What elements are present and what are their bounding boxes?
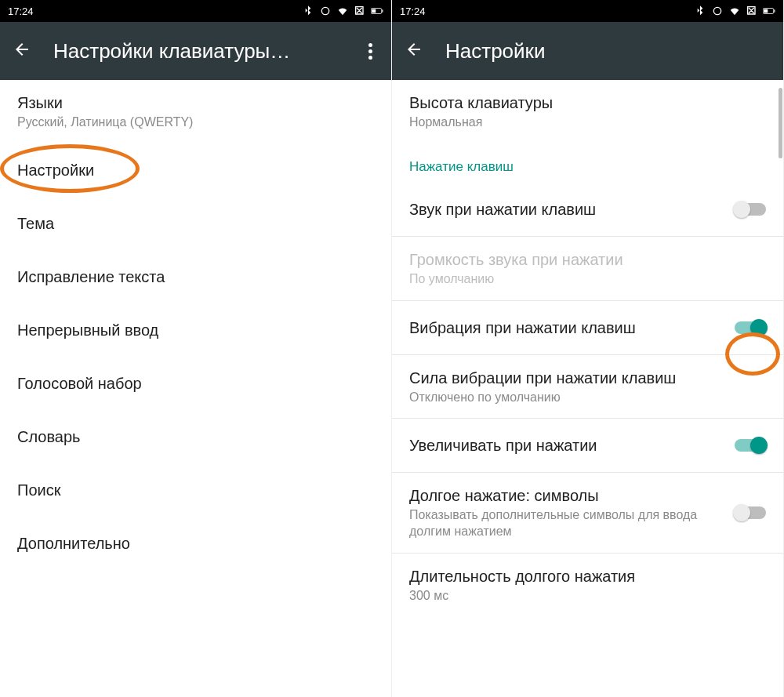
item-title: Голосовой набор — [17, 373, 374, 394]
item-title: Поиск — [17, 480, 374, 500]
list-item[interactable]: Голосовой набор — [0, 357, 391, 410]
list-item: Громкость звука при нажатииПо умолчанию — [392, 237, 783, 300]
switch-row[interactable]: Вибрация при нажатии клавиш — [392, 301, 783, 354]
item-title: Долгое нажатие: символы — [409, 485, 725, 506]
list-item[interactable]: Непрерывный ввод — [0, 303, 391, 357]
status-icons — [694, 5, 775, 17]
item-subtitle: По умолчанию — [409, 271, 766, 288]
left-content[interactable]: ЯзыкиРусский, Латиница (QWERTY)Настройки… — [0, 80, 391, 697]
item-subtitle: Русский, Латиница (QWERTY) — [17, 114, 374, 131]
item-title: Словарь — [17, 427, 374, 447]
scrollbar-thumb[interactable] — [779, 88, 782, 158]
svg-rect-2 — [372, 9, 376, 13]
status-bar: 17:24 — [0, 0, 391, 22]
svg-rect-1 — [382, 9, 383, 12]
back-button[interactable] — [13, 40, 31, 62]
switch-thumb — [733, 504, 750, 521]
status-icons — [302, 5, 383, 17]
switch-thumb — [750, 319, 768, 336]
item-title: Исправление текста — [17, 267, 374, 287]
overflow-menu-button[interactable] — [362, 34, 379, 68]
arrow-back-icon — [13, 40, 31, 59]
list-item[interactable]: ЯзыкиРусский, Латиница (QWERTY) — [0, 80, 391, 143]
item-title: Сила вибрации при нажатии клавиш — [409, 368, 766, 388]
battery-icon — [763, 5, 775, 17]
list-item[interactable]: Длительность долгого нажатия300 мс — [392, 554, 783, 617]
wifi-icon — [336, 5, 349, 17]
switch-row[interactable]: Долгое нажатие: символыПоказывать дополн… — [392, 473, 783, 553]
appbar-title: Настройки — [445, 39, 771, 64]
list-item[interactable]: Дополнительно — [0, 517, 391, 570]
no-sim-icon — [746, 5, 758, 17]
bluetooth-icon — [302, 5, 314, 17]
battery-icon — [371, 5, 383, 17]
right-screen: 17:24 Настройки Высота клавиатурыНормаль… — [392, 0, 784, 697]
item-subtitle: 300 мс — [409, 588, 766, 604]
switch-row[interactable]: Увеличивать при нажатии — [392, 419, 783, 472]
back-button[interactable] — [405, 40, 423, 62]
dot-icon — [368, 49, 372, 53]
list-item[interactable]: Исправление текста — [0, 250, 391, 303]
toggle-switch[interactable] — [735, 439, 766, 452]
status-time: 17:24 — [8, 5, 34, 17]
dot-icon — [368, 43, 372, 47]
app-bar: Настройки — [392, 22, 783, 80]
toggle-switch[interactable] — [735, 203, 766, 216]
toggle-switch[interactable] — [735, 321, 766, 334]
item-title: Дополнительно — [17, 533, 374, 554]
list-item[interactable]: Сила вибрации при нажатии клавишОтключен… — [392, 355, 783, 419]
item-title: Вибрация при нажатии клавиш — [409, 318, 725, 338]
arrow-back-icon — [405, 40, 423, 59]
list-item[interactable]: Тема — [0, 197, 391, 250]
section-header: Нажатие клавиш — [392, 143, 783, 183]
svg-rect-4 — [774, 9, 775, 12]
app-bar: Настройки клавиатуры… — [0, 22, 391, 80]
item-title: Высота клавиатуры — [409, 93, 766, 113]
switch-thumb — [750, 437, 768, 454]
dot-icon — [368, 56, 372, 60]
alarm-icon — [711, 5, 724, 17]
list-item[interactable]: Поиск — [0, 463, 391, 517]
no-sim-icon — [354, 5, 366, 17]
list-item[interactable]: Словарь — [0, 410, 391, 463]
item-subtitle: Показывать дополнительные символы для вв… — [409, 507, 725, 540]
item-title: Настройки — [17, 160, 374, 180]
wifi-icon — [728, 5, 741, 17]
alarm-icon — [319, 5, 332, 17]
status-time: 17:24 — [400, 5, 426, 17]
svg-rect-5 — [764, 9, 768, 13]
item-title: Звук при нажатии клавиш — [409, 199, 725, 220]
item-title: Увеличивать при нажатии — [409, 435, 725, 456]
item-title: Языки — [17, 93, 374, 113]
list-item[interactable]: Настройки — [0, 143, 391, 197]
switch-row[interactable]: Звук при нажатии клавиш — [392, 183, 783, 236]
item-title: Тема — [17, 213, 374, 234]
item-title: Длительность долгого нажатия — [409, 566, 766, 586]
left-screen: 17:24 Настройки клавиатуры… ЯзыкиРусский… — [0, 0, 392, 697]
item-title: Непрерывный ввод — [17, 320, 374, 340]
appbar-title: Настройки клавиатуры… — [53, 39, 362, 64]
list-item[interactable]: Высота клавиатурыНормальная — [392, 80, 783, 143]
item-subtitle: Отключено по умолчанию — [409, 390, 766, 406]
toggle-switch[interactable] — [735, 506, 766, 519]
right-content[interactable]: Высота клавиатурыНормальнаяНажатие клави… — [392, 80, 783, 697]
item-subtitle: Нормальная — [409, 114, 766, 131]
item-title: Громкость звука при нажатии — [409, 249, 766, 270]
switch-thumb — [733, 201, 750, 218]
bluetooth-icon — [694, 5, 706, 17]
status-bar: 17:24 — [392, 0, 783, 22]
